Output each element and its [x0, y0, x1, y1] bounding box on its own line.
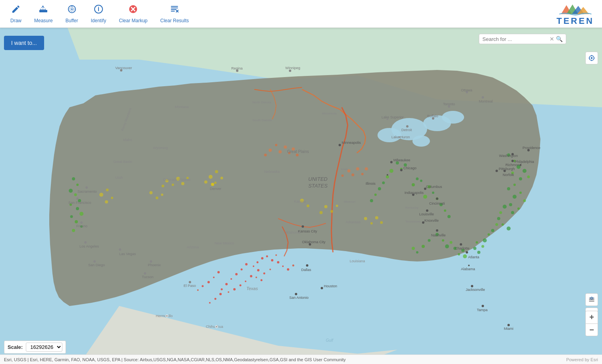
svg-point-198: [426, 209, 428, 212]
map-layers-button[interactable]: [585, 293, 598, 306]
svg-text:Regina: Regina: [231, 66, 243, 70]
identify-label: Identify: [91, 18, 106, 23]
draw-tool[interactable]: Draw: [4, 2, 28, 26]
svg-point-121: [428, 239, 431, 242]
svg-point-175: [365, 167, 368, 170]
svg-text:Las Vegas: Las Vegas: [119, 252, 136, 256]
svg-point-138: [172, 184, 174, 186]
search-clear-icon[interactable]: ✕: [550, 36, 554, 42]
svg-point-122: [422, 245, 425, 248]
buffer-tool[interactable]: Buffer: [59, 2, 85, 26]
svg-point-154: [204, 180, 207, 184]
svg-text:Arkansas: Arkansas: [346, 220, 361, 224]
measure-tool[interactable]: Measure: [28, 2, 59, 26]
my-location-button[interactable]: [585, 52, 598, 64]
zoom-controls: + −: [585, 311, 598, 336]
svg-text:Arizona: Arizona: [187, 245, 199, 249]
svg-text:Sacramento: Sacramento: [77, 190, 97, 194]
svg-text:Texas: Texas: [246, 286, 258, 291]
svg-text:Cincinnati: Cincinnati: [429, 201, 445, 205]
svg-text:Ottawa: Ottawa: [461, 88, 472, 92]
svg-text:Jacksonville: Jacksonville: [466, 288, 485, 292]
svg-point-163: [375, 216, 378, 219]
svg-text:Oklahoma: Oklahoma: [284, 230, 300, 234]
svg-point-222: [507, 324, 510, 326]
svg-point-172: [296, 154, 299, 157]
svg-point-105: [423, 195, 427, 199]
map-container[interactable]: UNITED STATES Great Plains Minneapolis M…: [0, 28, 602, 364]
svg-text:Detroit: Detroit: [401, 128, 412, 132]
svg-point-155: [324, 205, 327, 208]
svg-point-33: [266, 256, 268, 258]
svg-point-134: [75, 220, 78, 223]
zoom-out-button[interactable]: −: [585, 323, 598, 336]
svg-point-48: [233, 288, 236, 290]
svg-point-128: [74, 194, 77, 196]
svg-point-115: [445, 244, 449, 248]
svg-text:Montreal: Montreal: [479, 99, 493, 103]
attribution-text: Esri, USGS | Esri, HERE, Garmin, FAO, NO…: [4, 357, 346, 362]
svg-text:El Paso: El Paso: [184, 284, 196, 288]
svg-point-124: [412, 247, 415, 250]
svg-text:Phoenix: Phoenix: [148, 263, 161, 267]
i-want-to-button[interactable]: I want to...: [4, 36, 44, 50]
svg-point-118: [458, 253, 460, 256]
svg-rect-313: [589, 301, 594, 302]
search-icon[interactable]: 🔍: [556, 36, 563, 42]
svg-point-153: [214, 182, 217, 184]
svg-point-70: [519, 177, 522, 180]
clear-markup-tool[interactable]: Clear Markup: [112, 2, 154, 26]
svg-point-44: [230, 278, 232, 280]
svg-point-58: [217, 271, 220, 273]
svg-point-280: [215, 325, 218, 328]
svg-point-64: [215, 298, 217, 300]
layers-icon: [588, 296, 595, 303]
svg-point-45: [225, 283, 228, 285]
svg-point-93: [473, 247, 476, 250]
scale-select[interactable]: 16292626 8146313 4073157 2036578 1018289: [26, 343, 62, 352]
svg-point-196: [436, 197, 438, 200]
svg-text:Washington: Washington: [499, 154, 518, 158]
svg-point-168: [264, 154, 267, 157]
svg-text:i: i: [98, 6, 99, 12]
search-input[interactable]: [482, 36, 550, 42]
svg-text:Illinois: Illinois: [366, 182, 376, 186]
svg-text:Minnesota: Minnesota: [322, 112, 337, 115]
svg-point-114: [442, 239, 444, 242]
svg-point-169: [284, 145, 287, 149]
svg-text:Kansas: Kansas: [294, 199, 306, 203]
svg-text:South Dakota: South Dakota: [252, 118, 272, 122]
zoom-in-button[interactable]: +: [585, 311, 598, 323]
svg-point-54: [277, 261, 279, 263]
svg-point-86: [496, 223, 498, 226]
svg-point-156: [331, 210, 333, 213]
svg-point-61: [202, 285, 204, 287]
svg-point-149: [111, 197, 113, 199]
svg-point-36: [257, 261, 259, 263]
svg-point-182: [339, 144, 341, 146]
svg-point-157: [336, 205, 338, 207]
svg-point-74: [507, 187, 510, 190]
svg-point-160: [307, 205, 310, 207]
svg-text:Kentucky: Kentucky: [405, 206, 418, 209]
clear-results-label: Clear Results: [160, 18, 189, 23]
svg-text:Atlanta: Atlanta: [468, 255, 479, 259]
svg-point-140: [162, 185, 165, 188]
svg-text:Louisville: Louisville: [419, 212, 434, 216]
svg-point-78: [509, 203, 512, 206]
svg-text:San Francisco: San Francisco: [68, 201, 91, 205]
svg-point-57: [292, 265, 294, 267]
identify-tool[interactable]: i Identify: [85, 2, 113, 26]
svg-point-150: [209, 175, 213, 179]
svg-point-51: [250, 275, 252, 277]
svg-point-214: [321, 287, 323, 289]
clear-results-tool[interactable]: Clear Results: [154, 2, 195, 26]
clear-markup-icon: [128, 4, 138, 16]
svg-point-87: [491, 229, 494, 232]
svg-point-34: [271, 259, 273, 261]
svg-point-218: [471, 285, 473, 287]
svg-point-43: [235, 273, 238, 275]
svg-point-244: [482, 96, 484, 99]
svg-point-174: [361, 173, 364, 175]
svg-rect-17: [171, 8, 178, 8]
